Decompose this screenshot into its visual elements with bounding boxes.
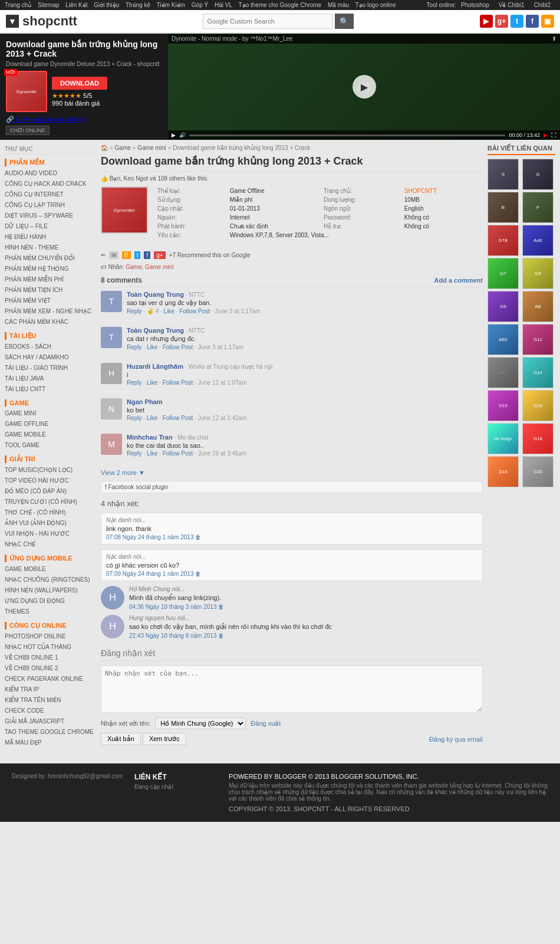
nav-gioi-thieu[interactable]: Giới thiệu xyxy=(94,2,119,8)
sidebar-item-checkpagerank[interactable]: CHECK PAGERANK ONLINE xyxy=(5,674,96,684)
download-button[interactable]: DOWNLOAD xyxy=(52,77,107,90)
delete-icon-3[interactable]: 🗑 xyxy=(218,604,224,610)
tool-links[interactable]: Tool online: Photoshop Vẽ Chibi1 Chibi2 xyxy=(426,2,555,8)
like-link-5[interactable]: Like xyxy=(147,450,157,457)
sidebar-item-ebooks[interactable]: EBOOKS - SÁCH xyxy=(5,342,96,352)
comment-author-3[interactable]: Huzardi Lăngthăm xyxy=(127,363,183,370)
play-control[interactable]: ▶ xyxy=(172,132,176,138)
sidebar-item-taotheme[interactable]: TAO THEME GOOGLE CHROME xyxy=(5,727,96,738)
reply-link-2[interactable]: Reply xyxy=(127,344,142,350)
sidebar-item-internet[interactable]: CÔNG CỤ INTERNET xyxy=(5,189,96,200)
sidebar-item-checkcode[interactable]: CHECK CODE xyxy=(5,706,96,716)
rs-thumb-17[interactable]: No Image xyxy=(487,423,519,454)
youtube-icon[interactable]: ▶ xyxy=(480,15,493,28)
fullscreen-icon[interactable]: ⛶ xyxy=(551,132,556,138)
sidebar-item-kiemtratenmien[interactable]: KIỂM TRA TÊN MIỀN xyxy=(5,695,96,706)
like-icon[interactable]: 👍 xyxy=(101,175,108,182)
sidebar-item-hethong[interactable]: PHẦN MỀM HỆ THỐNG xyxy=(5,264,96,274)
sidebar-item-ungdungdd[interactable]: ỨNG DỤNG DI ĐỘNG xyxy=(5,596,96,607)
share-email-icon[interactable]: ✉ xyxy=(109,251,118,259)
sidebar-item-wallpapers[interactable]: HÌNH NỀN (WALLPAPERS) xyxy=(5,585,96,596)
tag-gamemini[interactable]: Game mini xyxy=(145,264,173,270)
sidebar-item-chibi2[interactable]: VẼ CHIBI ONLINE 2 xyxy=(5,663,96,674)
sidebar-item-audio[interactable]: AUDIO AND VIDEO xyxy=(5,168,96,179)
nav-links[interactable]: Trang chủ Sitemap Liên Kết Giới thiệu Th… xyxy=(5,2,400,8)
rs-thumb-9[interactable]: G9 xyxy=(487,291,519,322)
sidebar-item-topvideo[interactable]: TOP VIDEO HÀI HƯỚC xyxy=(5,476,96,486)
sidebar-item-thoche[interactable]: THƠ CHẾ - (CÓ HÌNH) xyxy=(5,507,96,518)
sidebar-item-gameoffline[interactable]: GAME OFFLINE xyxy=(5,419,96,430)
rss-icon[interactable]: ▣ xyxy=(541,15,554,28)
search-bar[interactable]: 🔍 xyxy=(203,14,354,29)
share-twitter-icon[interactable]: t xyxy=(134,251,141,259)
rs-thumb-10[interactable]: AB xyxy=(522,291,554,322)
breadcrumb-gamemini[interactable]: Game mini xyxy=(137,145,166,151)
sidebar-item-sachhay[interactable]: SÁCH HAY / ADAMKHO xyxy=(5,352,96,363)
nav-gop-y[interactable]: Góp Ý xyxy=(192,2,208,8)
delete-icon-2[interactable]: 🗑 xyxy=(195,571,201,577)
rs-thumb-7[interactable]: G7 xyxy=(487,258,519,289)
sidebar-item-gamemobile2[interactable]: GAME MOBILE xyxy=(5,564,96,575)
rs-thumb-18[interactable]: G18 xyxy=(522,423,554,454)
comment-textarea[interactable] xyxy=(101,666,483,713)
rs-thumb-15[interactable]: G15 xyxy=(487,390,519,421)
twitter-icon[interactable]: t xyxy=(510,15,523,28)
rs-thumb-1[interactable]: S xyxy=(487,159,519,190)
like-link-2[interactable]: Like xyxy=(147,344,157,350)
rs-thumb-13[interactable]: ··· xyxy=(487,357,519,388)
sidebar-item-tlcntt[interactable]: TÀI LIỆU CNTT xyxy=(5,384,96,395)
follow-link-1[interactable]: Follow Post xyxy=(179,308,210,314)
comment-author-4[interactable]: Ngan Pham xyxy=(127,398,163,405)
nav-tao-logo[interactable]: Tạo logo online xyxy=(355,2,396,8)
delete-icon-4[interactable]: 🗑 xyxy=(218,632,224,639)
sidebar-item-toolgame[interactable]: TOOL GAME xyxy=(5,440,96,451)
progress-bar[interactable] xyxy=(189,135,505,136)
choi-online-button[interactable]: CHƠI ONLINE xyxy=(6,126,50,135)
nav-tim-kiem[interactable]: Tiềm Kiếm xyxy=(157,2,185,8)
play-button[interactable]: ▶ xyxy=(353,75,376,99)
nav-trangchu[interactable]: Trang chủ xyxy=(5,2,31,8)
like-link-4[interactable]: Like xyxy=(147,415,157,421)
search-button[interactable]: 🔍 xyxy=(335,14,354,29)
sidebar-item-giaima[interactable]: GIẢI MÃ JAVASCRIPT xyxy=(5,716,96,727)
share-blog-icon[interactable]: B xyxy=(122,251,131,259)
nav-lienket[interactable]: Liên Kết xyxy=(65,2,87,8)
site-logo[interactable]: ▼ shopcntt xyxy=(6,14,77,29)
sidebar-item-gamemini[interactable]: GAME MINI xyxy=(5,408,96,419)
rs-thumb-11[interactable]: AB2 xyxy=(487,324,519,355)
rs-thumb-8[interactable]: G8 xyxy=(522,258,554,289)
follow-link-2[interactable]: Follow Post xyxy=(163,344,193,350)
volume-icon[interactable]: 🔊 xyxy=(179,132,186,138)
delete-icon-1[interactable]: 🗑 xyxy=(195,534,201,540)
google-plus-icon[interactable]: g+ xyxy=(495,15,508,28)
sidebar-item-hackcrack[interactable]: CÔNG CỤ HACK AND CRACK xyxy=(5,179,96,189)
search-input[interactable] xyxy=(203,14,332,29)
rs-thumb-3[interactable]: B xyxy=(487,192,519,223)
preview-button[interactable]: Xem trước xyxy=(143,733,186,745)
logout-link[interactable]: Đăng xuất xyxy=(251,720,281,727)
edit-icon[interactable]: ✏ xyxy=(101,252,106,258)
sidebar-item-truyen[interactable]: TRUYỆN CƯỜI (CÓ HÌNH) xyxy=(5,497,96,507)
sidebar-item-photoshop-online[interactable]: PHOTOSHOP ONLINE xyxy=(5,631,96,642)
reply-link-3[interactable]: Reply xyxy=(127,379,142,386)
comment-author-1[interactable]: Toàn Quang Trung xyxy=(127,291,184,298)
rs-thumb-19[interactable]: G19 xyxy=(487,456,519,487)
social-icons[interactable]: ▶ g+ t f ▣ xyxy=(480,15,554,28)
sidebar-item-khac[interactable]: CÁC PHẦN MỀM KHÁC xyxy=(5,317,96,327)
submit-button[interactable]: Xuất bản xyxy=(101,733,141,745)
sidebar-item-topmusic[interactable]: TOP MUSIC(CHỌN LỌC) xyxy=(5,465,96,476)
sidebar-item-mienphis[interactable]: PHẦN MỀM MIỄN PHÍ xyxy=(5,274,96,285)
sidebar-item-vuinhon[interactable]: VUI NHỘN - HÀI HƯỚC xyxy=(5,529,96,539)
sidebar-item-kiemtraip[interactable]: KIỂM TRA IP xyxy=(5,684,96,695)
sidebar-item-chuyendoi[interactable]: PHẦN MỀM CHUYỂN ĐỔI xyxy=(5,253,96,264)
sidebar-item-themes[interactable]: THEMES xyxy=(5,607,96,617)
tag-game[interactable]: Game xyxy=(126,264,141,270)
tool-chibi2[interactable]: Chibi2 xyxy=(534,2,551,8)
email-subscribe-link[interactable]: Đăng ký qua email xyxy=(429,736,483,743)
sidebar-item-domeo[interactable]: ĐỐ MÈO (CÓ ĐÁP ÁN) xyxy=(5,486,96,497)
sidebar-item-anhvui[interactable]: ẢNH VUI (ẢNH ĐỘNG) xyxy=(5,518,96,529)
follow-link-3[interactable]: Follow Post xyxy=(163,379,193,386)
video-overlay[interactable]: ▶ xyxy=(168,34,560,140)
tool-photoshop[interactable]: Photoshop xyxy=(461,2,489,8)
sidebar-item-nhachot[interactable]: NHẠC HOT CỦA THÁNG xyxy=(5,642,96,653)
